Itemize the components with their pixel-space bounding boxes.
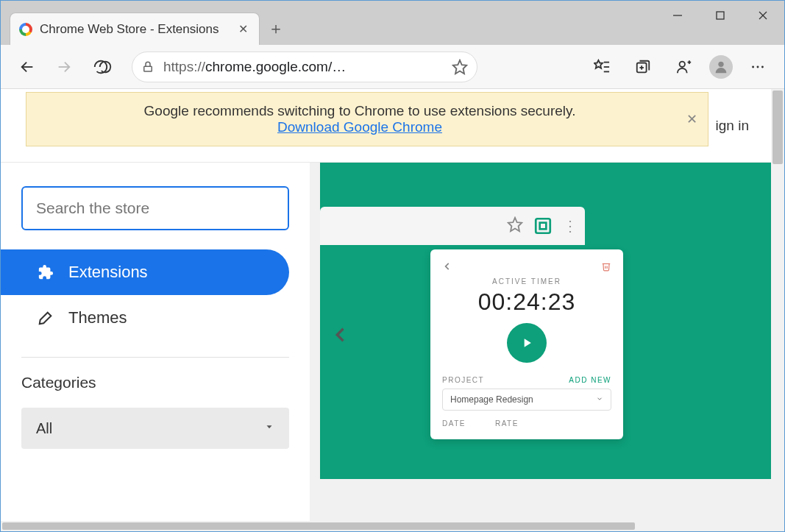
feature-area: ⋮ ACTIVE TIMER 00:24:23 [310, 163, 771, 521]
dropdown-value: All [36, 420, 52, 437]
timer-label: ACTIVE TIMER [442, 277, 611, 285]
category-dropdown[interactable]: All [21, 408, 289, 449]
svg-rect-1 [717, 12, 724, 19]
date-label: DATE [442, 419, 466, 428]
extension-logo-icon [533, 216, 553, 235]
nav-label: Themes [68, 308, 127, 327]
project-value: Homepage Redesign [450, 394, 533, 405]
brush-icon [38, 310, 54, 326]
recommendation-banner: Google recommends switching to Chrome to… [26, 92, 708, 146]
kebab-icon: ⋮ [563, 217, 576, 235]
nav-label: Extensions [68, 263, 148, 282]
svg-point-19 [752, 65, 754, 68]
nav-extensions[interactable]: Extensions [1, 249, 289, 295]
nav-themes[interactable]: Themes [1, 295, 289, 341]
search-box[interactable] [21, 186, 289, 230]
svg-point-18 [718, 61, 723, 66]
new-tab-button[interactable]: ＋ [260, 13, 292, 45]
categories-heading: Categories [21, 374, 289, 391]
carousel-prev-button[interactable] [330, 324, 351, 348]
url-text: https://chrome.google.com/… [163, 59, 443, 75]
search-input[interactable] [36, 199, 274, 217]
sign-in-link[interactable]: ign in [716, 118, 749, 134]
back-icon[interactable] [442, 261, 452, 274]
svg-point-20 [757, 65, 759, 68]
svg-rect-24 [536, 219, 550, 233]
add-new-link[interactable]: ADD NEW [569, 376, 611, 384]
forward-button[interactable] [48, 51, 80, 83]
back-button[interactable] [11, 51, 43, 83]
divider [21, 357, 289, 358]
caret-down-icon [264, 422, 274, 435]
address-bar[interactable]: https://chrome.google.com/… [132, 52, 477, 82]
tab-title: Chrome Web Store - Extensions [40, 22, 230, 37]
play-button[interactable] [507, 323, 547, 363]
svg-marker-26 [525, 338, 531, 347]
sidebar: Extensions Themes Categories All [1, 163, 310, 521]
project-select[interactable]: Homepage Redesign [442, 389, 611, 411]
svg-marker-23 [508, 218, 522, 231]
svg-marker-8 [594, 60, 603, 68]
vertical-scrollbar[interactable] [771, 89, 784, 531]
person-icon[interactable] [668, 51, 700, 83]
timer-value: 00:24:23 [442, 288, 611, 316]
svg-point-15 [680, 61, 685, 66]
svg-point-21 [761, 65, 764, 68]
trash-icon[interactable] [601, 261, 611, 274]
svg-rect-25 [540, 223, 547, 230]
puzzle-icon [38, 264, 54, 280]
close-banner-icon[interactable]: ✕ [686, 111, 697, 127]
download-chrome-link[interactable]: Download Google Chrome [277, 119, 442, 135]
chrome-favicon-icon [19, 23, 32, 36]
collections-icon[interactable] [627, 51, 659, 83]
favorites-list-icon[interactable] [586, 51, 618, 83]
close-tab-icon[interactable]: ✕ [237, 24, 249, 35]
mock-browser-bar: ⋮ [320, 207, 585, 245]
project-label: PROJECT [442, 376, 484, 384]
browser-tab[interactable]: Chrome Web Store - Extensions ✕ [10, 13, 260, 45]
svg-rect-6 [144, 66, 152, 71]
minimize-button[interactable] [656, 1, 699, 30]
star-icon [507, 216, 523, 235]
rate-label: RATE [495, 419, 519, 428]
feature-card[interactable]: ⋮ ACTIVE TIMER 00:24:23 [320, 163, 784, 479]
title-bar: Chrome Web Store - Extensions ✕ ＋ [1, 1, 784, 45]
close-window-button[interactable] [742, 1, 784, 30]
horizontal-scrollbar[interactable] [1, 521, 771, 531]
more-menu-icon[interactable] [742, 51, 774, 83]
maximize-button[interactable] [699, 1, 742, 30]
banner-text: Google recommends switching to Chrome to… [41, 103, 678, 119]
svg-marker-22 [267, 425, 272, 428]
toolbar: https://chrome.google.com/… [1, 45, 784, 89]
profile-avatar[interactable] [709, 55, 733, 79]
timer-popup: ACTIVE TIMER 00:24:23 PROJECT ADD NEW Ho… [430, 249, 623, 439]
favorite-star-icon[interactable] [452, 59, 468, 75]
lock-icon [141, 60, 154, 74]
chevron-down-icon [596, 394, 603, 405]
svg-marker-7 [453, 60, 466, 73]
